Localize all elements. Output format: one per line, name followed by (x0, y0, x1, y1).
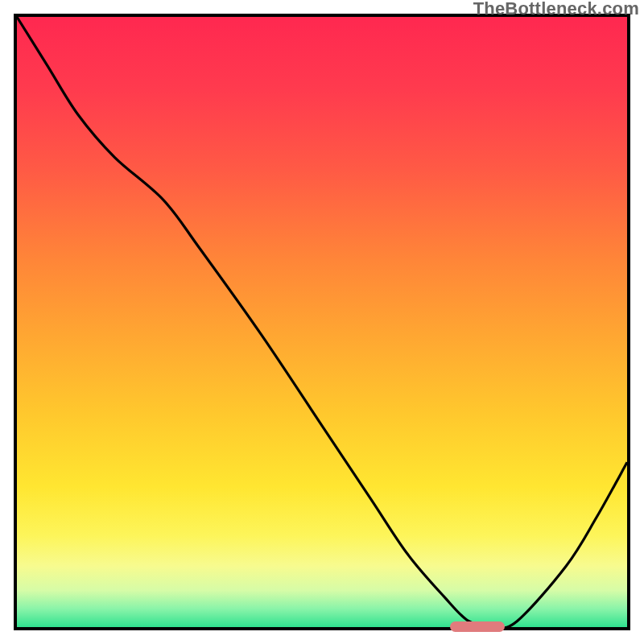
bottleneck-curve (17, 17, 627, 627)
chart-frame (14, 14, 630, 630)
dip-bar (450, 621, 505, 632)
watermark-text: TheBottleneck.com (473, 0, 639, 19)
